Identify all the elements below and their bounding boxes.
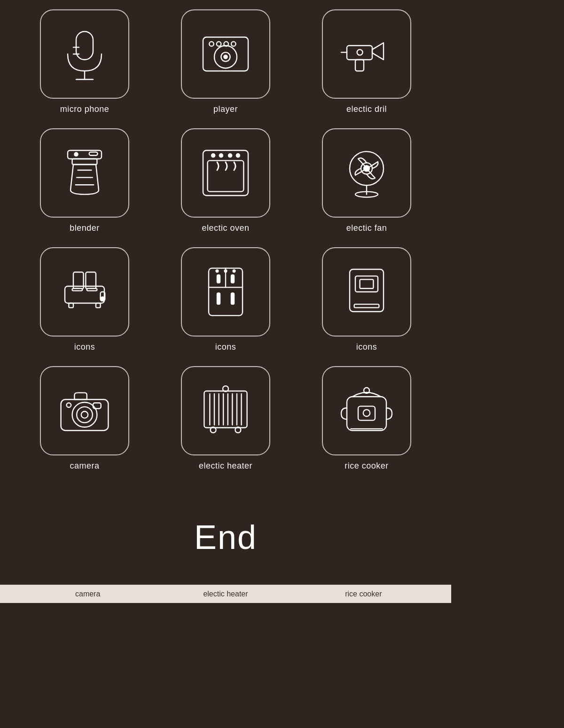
toaster-icon <box>56 264 113 320</box>
svg-rect-49 <box>217 293 220 304</box>
camera-icon-box <box>40 366 129 455</box>
electic-oven-item: electic oven <box>181 128 270 233</box>
svg-point-80 <box>363 410 370 416</box>
blender-item: blender <box>40 128 129 233</box>
rice-cooker-label: rice cooker <box>345 461 389 471</box>
svg-rect-77 <box>347 397 386 431</box>
svg-rect-42 <box>96 303 101 308</box>
svg-point-62 <box>81 411 88 418</box>
electic-heater-icon-box <box>181 366 270 455</box>
rice-cooker-icon <box>338 383 395 439</box>
electic-fan-label: electic fan <box>346 223 387 233</box>
svg-rect-79 <box>358 406 375 420</box>
main-grid: blender electic oven <box>0 119 451 480</box>
electic-oven-label: electic oven <box>202 223 249 233</box>
svg-rect-50 <box>231 293 234 304</box>
washer-icon-box <box>322 247 411 337</box>
bottom-bar: camera electic heater rice cooker <box>0 585 451 603</box>
svg-rect-24 <box>89 152 98 156</box>
svg-point-51 <box>216 270 219 272</box>
toaster-label: icons <box>74 342 95 352</box>
blender-icon-box <box>40 128 129 218</box>
camera-icon <box>56 383 113 439</box>
svg-point-9 <box>209 42 214 47</box>
blender-icon <box>56 145 113 201</box>
player-icon <box>197 26 254 82</box>
svg-point-64 <box>67 403 71 407</box>
electic-heater-label: electic heater <box>199 461 252 471</box>
washer-item: icons <box>322 247 411 352</box>
svg-rect-56 <box>355 276 378 292</box>
player-icon-box <box>181 9 270 99</box>
svg-point-10 <box>217 42 221 47</box>
camera-label: camera <box>70 461 99 471</box>
bottom-heater: electic heater <box>157 590 294 598</box>
electic-oven-icon-box <box>181 128 270 218</box>
svg-point-33 <box>364 165 369 171</box>
toaster-icon-box <box>40 247 129 337</box>
electic-dril-label: electic dril <box>346 104 387 114</box>
rice-cooker-icon-box <box>322 366 411 455</box>
fan-icon <box>338 145 395 201</box>
svg-point-28 <box>219 154 223 157</box>
oven-icon <box>197 145 254 201</box>
icon-grid: blender electic oven <box>19 128 432 471</box>
svg-rect-39 <box>72 289 83 291</box>
svg-point-27 <box>212 154 215 157</box>
top-label-row: micro phone player <box>0 0 451 119</box>
microphone-icon <box>56 26 113 82</box>
svg-rect-0 <box>76 31 93 60</box>
svg-rect-13 <box>347 46 372 60</box>
camera-item: camera <box>40 366 129 471</box>
svg-rect-57 <box>354 304 379 307</box>
heater-icon <box>197 383 254 439</box>
svg-rect-26 <box>208 161 244 192</box>
end-section: End <box>0 480 451 585</box>
bottom-rice-cooker: rice cooker <box>295 590 432 598</box>
svg-point-23 <box>74 153 78 156</box>
svg-rect-41 <box>69 303 73 308</box>
electic-dril-icon-box <box>322 9 411 99</box>
svg-rect-48 <box>231 275 234 283</box>
svg-point-30 <box>236 154 240 157</box>
fridge-item: icons <box>181 247 270 352</box>
electic-fan-icon-box <box>322 128 411 218</box>
svg-point-29 <box>228 154 232 157</box>
rice-cooker-item: rice cooker <box>322 366 411 471</box>
toaster-item: icons <box>40 247 129 352</box>
player-item: player <box>181 9 270 114</box>
svg-marker-14 <box>372 43 384 60</box>
svg-rect-25 <box>203 150 248 196</box>
bottom-camera: camera <box>19 590 157 598</box>
svg-rect-38 <box>65 286 104 303</box>
electic-fan-item: electic fan <box>322 128 411 233</box>
electic-dril-item: electic dril <box>322 9 411 114</box>
svg-point-61 <box>77 407 93 423</box>
end-label: End <box>194 518 257 556</box>
svg-point-12 <box>231 42 236 47</box>
washer-icon <box>338 264 395 320</box>
drill-icon <box>338 26 395 82</box>
washer-label: icons <box>356 342 377 352</box>
svg-point-53 <box>233 270 235 272</box>
fridge-label: icons <box>215 342 236 352</box>
svg-point-8 <box>224 55 227 58</box>
fridge-icon-box <box>181 247 270 337</box>
micro-phone-icon-box <box>40 9 129 99</box>
svg-rect-15 <box>355 60 364 71</box>
svg-rect-47 <box>217 275 220 283</box>
micro-phone-label: micro phone <box>60 104 110 114</box>
svg-rect-65 <box>204 391 247 428</box>
svg-point-44 <box>101 297 104 300</box>
player-label: player <box>213 104 238 114</box>
blender-label: blender <box>70 223 100 233</box>
electic-heater-item: electic heater <box>181 366 270 471</box>
svg-point-17 <box>357 49 363 55</box>
svg-rect-19 <box>72 159 97 164</box>
svg-rect-58 <box>360 280 374 289</box>
svg-rect-40 <box>87 289 97 291</box>
micro-phone-item: micro phone <box>40 9 129 114</box>
fridge-icon <box>197 264 254 320</box>
